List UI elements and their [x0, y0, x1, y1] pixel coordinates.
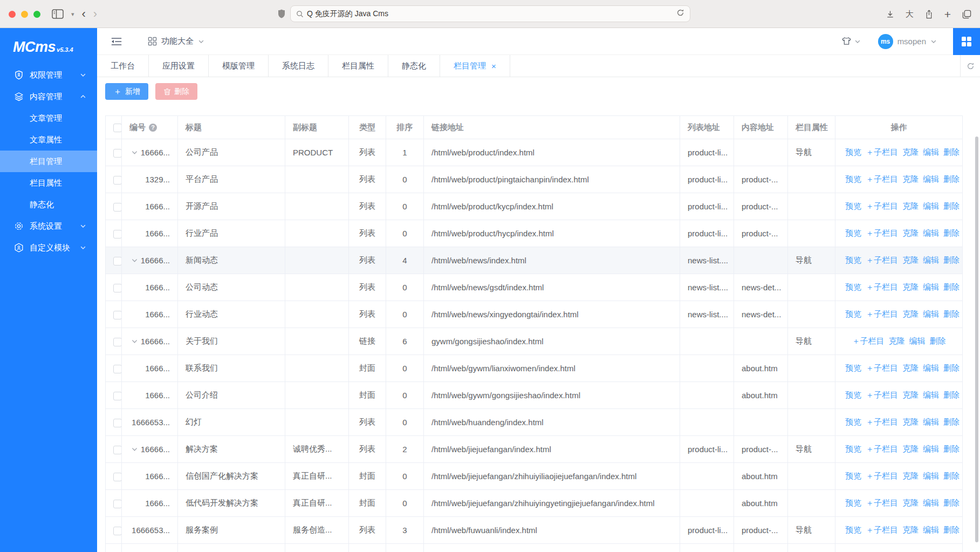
sidebar-item-column-attributes[interactable]: 栏目属性: [0, 172, 97, 194]
row-checkbox[interactable]: [113, 392, 122, 400]
address-bar[interactable]: Q 免疫开源的 Java Cms: [290, 5, 690, 22]
sidebar-menu-chevron-icon[interactable]: ▾: [71, 11, 74, 18]
action-clone[interactable]: 克隆: [902, 363, 919, 372]
action-delete[interactable]: 删除: [943, 444, 960, 453]
action-clone[interactable]: 克隆: [902, 228, 919, 237]
close-icon[interactable]: ×: [491, 62, 496, 70]
action-add-subcolumn[interactable]: ＋子栏目: [866, 390, 898, 399]
theme-button[interactable]: [841, 37, 861, 46]
action-edit[interactable]: 编辑: [923, 174, 939, 183]
apps-menu-button[interactable]: 功能大全: [148, 36, 204, 46]
action-delete[interactable]: 删除: [943, 309, 960, 318]
action-preview[interactable]: 预览: [845, 255, 861, 264]
action-clone[interactable]: 克隆: [902, 255, 919, 264]
action-edit[interactable]: 编辑: [923, 498, 939, 507]
action-delete[interactable]: 删除: [943, 471, 960, 480]
action-delete[interactable]: 删除: [943, 201, 960, 210]
action-delete[interactable]: 删除: [943, 525, 960, 534]
action-clone[interactable]: 克隆: [902, 525, 919, 534]
action-preview[interactable]: 预览: [845, 417, 861, 426]
sidebar-toggle-icon[interactable]: [52, 9, 64, 19]
action-add-subcolumn[interactable]: ＋子栏目: [866, 174, 898, 183]
tab-system-logs[interactable]: 系统日志: [269, 55, 328, 77]
action-edit[interactable]: 编辑: [923, 363, 939, 372]
action-add-subcolumn[interactable]: ＋子栏目: [866, 471, 898, 480]
action-add-subcolumn[interactable]: ＋子栏目: [866, 309, 898, 318]
action-preview[interactable]: 预览: [845, 498, 861, 507]
row-checkbox[interactable]: [113, 311, 122, 319]
action-add-subcolumn[interactable]: ＋子栏目: [866, 228, 898, 237]
action-preview[interactable]: 预览: [845, 444, 861, 453]
action-delete[interactable]: 删除: [943, 147, 960, 156]
action-add-subcolumn[interactable]: ＋子栏目: [866, 363, 898, 372]
action-delete[interactable]: 删除: [943, 363, 960, 372]
zoom-window-button[interactable]: [33, 11, 40, 18]
refresh-tab-icon[interactable]: [960, 55, 980, 77]
reload-icon[interactable]: [676, 9, 684, 19]
expand-row-icon[interactable]: [131, 338, 138, 345]
action-clone[interactable]: 克隆: [902, 147, 919, 156]
sidebar-item-system-settings[interactable]: 系统设置: [0, 215, 97, 237]
share-icon[interactable]: [925, 10, 933, 19]
action-delete[interactable]: 删除: [943, 282, 960, 291]
select-all-checkbox[interactable]: [113, 124, 122, 132]
tab-overview-icon[interactable]: [962, 10, 971, 19]
tab-app-settings[interactable]: 应用设置: [149, 55, 209, 77]
action-edit[interactable]: 编辑: [923, 228, 939, 237]
action-add-subcolumn[interactable]: ＋子栏目: [866, 417, 898, 426]
sidebar-item-custom-modules[interactable]: 自定义模块: [0, 237, 97, 258]
row-checkbox[interactable]: [113, 338, 122, 346]
sidebar-item-article-attributes[interactable]: 文章属性: [0, 129, 97, 151]
row-checkbox[interactable]: [113, 284, 122, 292]
action-clone[interactable]: 克隆: [902, 444, 919, 453]
action-preview[interactable]: 预览: [845, 201, 861, 210]
row-checkbox[interactable]: [113, 149, 122, 158]
action-preview[interactable]: 预览: [845, 309, 861, 318]
action-clone[interactable]: 克隆: [902, 201, 919, 210]
row-checkbox[interactable]: [113, 230, 122, 238]
tab-column-management[interactable]: 栏目管理×: [440, 55, 510, 77]
action-clone[interactable]: 克隆: [902, 309, 919, 318]
action-add-subcolumn[interactable]: ＋子栏目: [852, 336, 885, 345]
sidebar-item-article-management[interactable]: 文章管理: [0, 107, 97, 129]
action-add-subcolumn[interactable]: ＋子栏目: [866, 147, 898, 156]
row-checkbox[interactable]: [113, 257, 122, 265]
add-button[interactable]: ＋ 新增: [105, 83, 148, 100]
row-checkbox[interactable]: [113, 203, 122, 212]
new-tab-icon[interactable]: +: [944, 9, 951, 20]
row-checkbox[interactable]: [113, 419, 122, 427]
minimize-window-button[interactable]: [21, 11, 28, 18]
action-preview[interactable]: 预览: [845, 174, 861, 183]
action-clone[interactable]: 克隆: [902, 282, 919, 291]
action-edit[interactable]: 编辑: [923, 471, 939, 480]
privacy-shield-icon[interactable]: [277, 9, 286, 21]
action-edit[interactable]: 编辑: [923, 309, 939, 318]
action-delete[interactable]: 删除: [930, 336, 946, 345]
action-edit[interactable]: 编辑: [923, 255, 939, 264]
action-add-subcolumn[interactable]: ＋子栏目: [866, 255, 898, 264]
row-checkbox[interactable]: [113, 527, 122, 535]
close-window-button[interactable]: [9, 11, 16, 18]
action-clone[interactable]: 克隆: [902, 417, 919, 426]
action-preview[interactable]: 预览: [845, 525, 861, 534]
action-clone[interactable]: 克隆: [902, 471, 919, 480]
tab-column-attributes[interactable]: 栏目属性: [328, 55, 388, 77]
tab-workbench[interactable]: 工作台: [97, 55, 149, 77]
action-delete[interactable]: 删除: [943, 255, 960, 264]
vertical-scrollbar[interactable]: [975, 137, 978, 542]
action-add-subcolumn[interactable]: ＋子栏目: [866, 444, 898, 453]
tab-template-management[interactable]: 模版管理: [209, 55, 269, 77]
app-grid-button[interactable]: [953, 28, 980, 55]
action-add-subcolumn[interactable]: ＋子栏目: [866, 498, 898, 507]
delete-button[interactable]: 删除: [155, 83, 197, 100]
text-size-button[interactable]: 大: [906, 9, 914, 19]
action-preview[interactable]: 预览: [845, 282, 861, 291]
action-edit[interactable]: 编辑: [923, 390, 939, 399]
action-preview[interactable]: 预览: [845, 228, 861, 237]
user-menu[interactable]: ms msopen: [868, 34, 937, 49]
action-add-subcolumn[interactable]: ＋子栏目: [866, 282, 898, 291]
action-preview[interactable]: 预览: [845, 363, 861, 372]
expand-row-icon[interactable]: [131, 149, 138, 156]
action-edit[interactable]: 编辑: [923, 147, 939, 156]
action-clone[interactable]: 克隆: [902, 498, 919, 507]
